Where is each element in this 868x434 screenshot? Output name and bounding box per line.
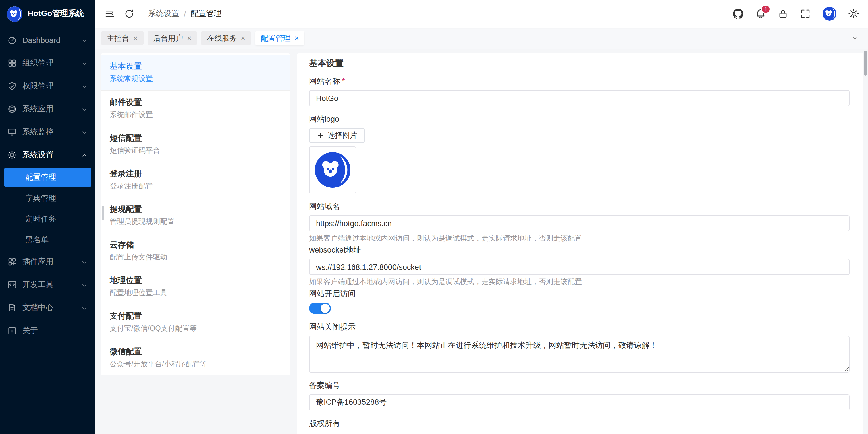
settings-nav-title: 微信配置 — [110, 345, 281, 357]
site-domain-label: 网站域名 — [309, 201, 849, 212]
pick-image-button[interactable]: 选择图片 — [309, 128, 365, 143]
icp-input[interactable] — [309, 394, 849, 410]
page-scrollbar-thumb[interactable] — [864, 51, 867, 76]
sidebar-item-org[interactable]: 组织管理 — [0, 52, 95, 75]
breadcrumb-item[interactable]: 系统设置 — [148, 9, 179, 19]
tab-config-management[interactable]: 配置管理 × — [255, 31, 305, 45]
app-logo-row[interactable]: HotGo管理系统 — [0, 0, 95, 28]
tab-online-service[interactable]: 在线服务 × — [201, 31, 251, 45]
site-domain-help: 如果客户端通过本地或内网访问，则认为是调试模式，走实际请求地址，否则走该配置 — [309, 234, 849, 243]
pick-image-label: 选择图片 — [328, 130, 357, 141]
sidebar-item-sysapp[interactable]: 系统应用 — [0, 98, 95, 121]
settings-nav-basic[interactable]: 基本设置 系统常规设置 — [100, 55, 290, 91]
sidebar-item-dashboard[interactable]: Dashboard — [0, 29, 95, 52]
settings-nav-subtitle: 系统邮件设置 — [110, 110, 281, 120]
app-logo-icon — [7, 6, 22, 22]
subitem-label: 配置管理 — [25, 172, 56, 182]
sidebar-item-label: 关于 — [22, 326, 88, 336]
docs-icon — [7, 303, 17, 312]
sidebar-item-permission[interactable]: 权限管理 — [0, 75, 95, 98]
label-text: 网站名称 — [309, 77, 340, 86]
site-name-input[interactable] — [309, 90, 849, 106]
settings-nav-payment[interactable]: 支付配置 支付宝/微信/QQ支付配置等 — [100, 304, 290, 340]
settings-scrollbar-thumb[interactable] — [102, 206, 104, 220]
settings-nav-title: 支付配置 — [110, 310, 281, 322]
tab-label: 在线服务 — [207, 33, 237, 43]
chevron-down-icon — [81, 304, 88, 311]
settings-nav-title: 提现配置 — [110, 203, 281, 215]
sidebar-subitem-dict[interactable]: 字典管理 — [0, 188, 95, 209]
chevron-up-icon — [81, 152, 88, 159]
settings-nav-cloud-storage[interactable]: 云存储 配置上传文件驱动 — [100, 233, 290, 269]
settings-nav-subtitle: 短信验证码平台 — [110, 146, 281, 156]
tab-admin-users[interactable]: 后台用户 × — [147, 31, 197, 45]
close-icon[interactable]: × — [295, 34, 299, 42]
settings-nav-subtitle: 管理员提现规则配置 — [110, 217, 281, 227]
org-grid-icon — [7, 59, 17, 68]
about-icon — [7, 326, 17, 335]
settings-nav-withdraw[interactable]: 提现配置 管理员提现规则配置 — [100, 198, 290, 233]
menu-fold-icon[interactable] — [104, 9, 115, 19]
settings-nav-subtitle: 配置地理位置工具 — [110, 288, 281, 298]
tab-dashboard[interactable]: 主控台 × — [101, 31, 143, 45]
avatar[interactable] — [823, 7, 836, 21]
close-icon[interactable]: × — [133, 34, 137, 42]
gear-icon[interactable] — [848, 9, 859, 19]
sidebar-item-monitor[interactable]: 系统监控 — [0, 121, 95, 143]
site-logo-preview[interactable] — [309, 146, 356, 194]
subitem-label: 字典管理 — [25, 194, 56, 204]
settings-nav-sms[interactable]: 短信配置 短信验证码平台 — [100, 126, 290, 162]
settings-nav-title: 地理位置 — [110, 274, 281, 286]
tab-bar: 主控台 × 后台用户 × 在线服务 × 配置管理 × — [95, 28, 868, 49]
fullscreen-icon[interactable] — [800, 9, 811, 19]
lock-icon[interactable] — [778, 9, 788, 19]
breadcrumb: 系统设置 / 配置管理 — [148, 9, 222, 19]
settings-nav-email[interactable]: 邮件设置 系统邮件设置 — [100, 91, 290, 126]
sidebar: HotGo管理系统 Dashboard 组织管理 权限管理 系统应用 — [0, 0, 95, 434]
settings-nav-title: 邮件设置 — [110, 96, 281, 108]
close-icon[interactable]: × — [241, 34, 245, 42]
breadcrumb-separator: / — [184, 9, 186, 18]
sidebar-item-devtools[interactable]: 开发工具 — [0, 273, 95, 296]
settings-nav-card: 基本设置 系统常规设置 邮件设置 系统邮件设置 短信配置 短信验证码平台 登录注… — [100, 54, 290, 375]
websocket-label: websocket地址 — [309, 245, 849, 256]
sidebar-item-label: 权限管理 — [22, 81, 75, 91]
refresh-icon[interactable] — [124, 9, 134, 19]
settings-nav-wechat[interactable]: 微信配置 公众号/开放平台/小程序配置等 — [100, 340, 290, 375]
websocket-help: 如果客户端通过本地或内网访问，则认为是调试模式，走实际请求地址，否则走该配置 — [309, 277, 849, 287]
settings-nav-login[interactable]: 登录注册 登录注册配置 — [100, 162, 290, 198]
header-left: 系统设置 / 配置管理 — [104, 9, 222, 19]
required-asterisk: * — [342, 77, 345, 86]
site-domain-input[interactable] — [309, 215, 849, 231]
sidebar-item-label: 系统监控 — [22, 127, 75, 137]
site-name-label: 网站名称* — [309, 76, 849, 87]
sidebar-subitem-cron[interactable]: 定时任务 — [0, 209, 95, 230]
sidebar-subitem-blacklist[interactable]: 黑名单 — [0, 230, 95, 250]
sidebar-item-about[interactable]: 关于 — [0, 319, 95, 342]
site-open-toggle[interactable] — [309, 303, 331, 314]
sidebar-item-settings[interactable]: 系统设置 — [0, 143, 95, 166]
sidebar-item-docs[interactable]: 文档中心 — [0, 296, 95, 319]
devtools-icon — [7, 280, 17, 289]
tab-label: 主控台 — [107, 33, 129, 43]
chevron-down-icon — [81, 60, 88, 67]
apps-globe-icon — [7, 104, 17, 114]
tab-label: 配置管理 — [261, 33, 291, 43]
github-icon[interactable] — [733, 9, 743, 19]
sidebar-subitem-config[interactable]: 配置管理 — [4, 168, 91, 187]
close-tip-textarea[interactable]: 网站维护中，暂时无法访问！本网站正在进行系统维护和技术升级，网站暂时无法访问，敬… — [309, 336, 849, 373]
websocket-input[interactable] — [309, 259, 849, 275]
app-title: HotGo管理系统 — [28, 9, 85, 19]
icp-label: 备案编号 — [309, 380, 849, 391]
settings-nav-subtitle: 系统常规设置 — [110, 74, 281, 84]
chevron-down-icon — [81, 83, 88, 90]
notifications-button[interactable]: 1 — [755, 9, 766, 19]
tabs-dropdown-button[interactable] — [847, 31, 862, 45]
settings-nav-geo[interactable]: 地理位置 配置地理位置工具 — [100, 269, 290, 304]
chevron-down-icon — [81, 106, 88, 112]
chevron-down-icon — [81, 258, 88, 265]
plugin-icon — [7, 257, 17, 266]
close-icon[interactable]: × — [187, 34, 191, 42]
sidebar-item-plugins[interactable]: 插件应用 — [0, 250, 95, 273]
dashboard-icon — [7, 36, 17, 45]
